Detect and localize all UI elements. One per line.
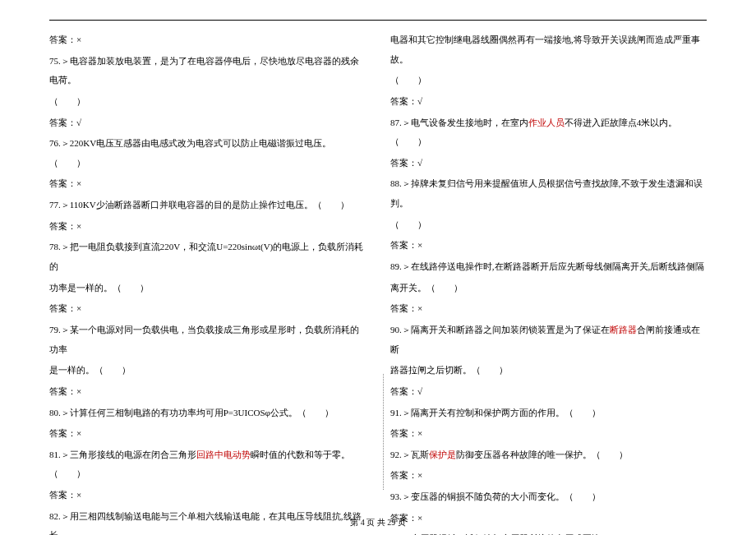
q81-red: 回路中电动势 [196,450,251,459]
top-rule [49,20,707,21]
q90-red: 断路器 [610,325,637,334]
question-87: 87.＞电气设备发生接地时，在室内作业人员不得进入距故障点4米以内。（ ） [390,113,707,152]
question-79-line1: 79.＞某一个电源对同一负载供电，当负载接成三角形或星形时，负载所消耗的功率 [49,321,366,359]
answer-76: 答案：× [49,174,366,194]
question-91: 91.＞隔离开关有控制和保护两方面的作用。（ ） [390,404,707,423]
question-88-line2: （ ） [390,215,707,235]
question-86-cont2: （ ） [390,71,707,90]
q87-pre: 87.＞电气设备发生接地时，在室内 [390,118,528,127]
question-89-line2: 离开关。（ ） [390,279,707,298]
question-79-line2: 是一样的。（ ） [49,361,366,380]
question-90-line1: 90.＞隔离开关和断路器之间加装闭锁装置是为了保证在断路器合闸前接通或在断 [390,321,707,359]
question-78-line1: 78.＞把一电阻负载接到直流220V，和交流U=220sinωt(V)的电源上，… [49,238,366,276]
answer-77: 答案：× [49,217,366,237]
answer-80: 答案：× [49,424,366,444]
answer-90: 答案：√ [390,382,707,402]
answer-75: 答案：√ [49,113,366,133]
answer-74: 答案：× [49,30,366,50]
question-90-line2: 路器拉闸之后切断。（ ） [390,361,707,380]
answer-79: 答案：× [49,382,366,402]
question-86-cont1: 电器和其它控制继电器线圈偶然再有一端接地,将导致开关误跳闸而造成严重事故。 [390,30,707,69]
q92-post: 防御变压器各种故障的唯一保护。（ ） [456,450,628,459]
answer-81: 答案：× [49,486,366,505]
answer-92: 答案：× [390,466,707,486]
question-89-line1: 89.＞在线路停送电操作时,在断路器断开后应先断母线侧隔离开关,后断线路侧隔 [390,257,707,277]
answer-89: 答案：× [390,299,707,319]
q92-red: 保护是 [429,450,456,459]
answer-88: 答案：× [390,236,707,256]
question-76: 76.＞220KV电压互感器由电感式改为电容式可以防止电磁谐振过电压。（ ） [49,134,366,173]
question-77: 77.＞110KV少油断路器断口并联电容器的目的是防止操作过电压。（ ） [49,196,366,215]
column-divider [383,374,384,490]
answer-91: 答案：× [390,424,707,444]
q81-pre: 81.＞三角形接线的电源在闭合三角形 [49,450,196,459]
q90-pre: 90.＞隔离开关和断路器之间加装闭锁装置是为了保证在 [390,325,610,334]
page-footer: 第 4 页 共 29 页 [0,517,756,528]
question-94: 94.＞变压器损耗，近似地与变压器所接的电压成正比。（ ） [390,529,707,535]
question-92: 92.＞瓦斯保护是防御变压器各种故障的唯一保护。（ ） [390,445,707,465]
question-88-line1: 88.＞掉牌未复归信号用来提醒值班人员根据信号查找故障,不致于发生遗漏和误判。 [390,174,707,213]
columns: 答案：× 75.＞电容器加装放电装置，是为了在电容器停电后，尽快地放尽电容器的残… [49,29,707,535]
question-80: 80.＞计算任何三相制电路的有功功率均可用P=3UICOSφ公式。（ ） [49,404,366,423]
q87-red: 作业人员 [528,118,565,127]
question-81: 81.＞三角形接线的电源在闭合三角形回路中电动势瞬时值的代数和等于零。（ ） [49,445,366,484]
paren-75: （ ） [49,92,366,112]
question-93: 93.＞变压器的铜损不随负荷的大小而变化。（ ） [390,487,707,507]
right-column: 电器和其它控制继电器线圈偶然再有一端接地,将导致开关误跳闸而造成严重事故。 （ … [390,29,707,535]
answer-78: 答案：× [49,299,366,319]
question-78-line2: 功率是一样的。（ ） [49,279,366,298]
left-column: 答案：× 75.＞电容器加装放电装置，是为了在电容器停电后，尽快地放尽电容器的残… [49,29,366,535]
question-75: 75.＞电容器加装放电装置，是为了在电容器停电后，尽快地放尽电容器的残余电荷。 [49,52,366,90]
answer-87: 答案：√ [390,154,707,173]
q92-pre: 92.＞瓦斯 [390,450,429,459]
answer-86: 答案：√ [390,92,707,112]
